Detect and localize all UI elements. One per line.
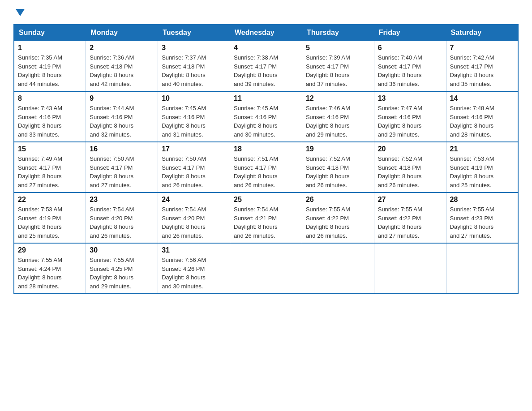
calendar-header-saturday: Saturday <box>446 25 518 41</box>
calendar-cell: 2Sunrise: 7:36 AMSunset: 4:18 PMDaylight… <box>86 41 158 91</box>
calendar-cell: 13Sunrise: 7:47 AMSunset: 4:16 PMDayligh… <box>374 91 446 142</box>
calendar-cell: 19Sunrise: 7:52 AMSunset: 4:18 PMDayligh… <box>302 142 374 193</box>
day-info: Sunrise: 7:36 AMSunset: 4:18 PMDaylight:… <box>90 53 154 88</box>
calendar-cell: 1Sunrise: 7:35 AMSunset: 4:19 PMDaylight… <box>14 41 86 91</box>
day-number: 16 <box>90 145 154 153</box>
day-info: Sunrise: 7:37 AMSunset: 4:18 PMDaylight:… <box>162 53 226 88</box>
calendar-cell <box>446 243 518 294</box>
calendar-cell: 20Sunrise: 7:52 AMSunset: 4:18 PMDayligh… <box>374 142 446 193</box>
day-info: Sunrise: 7:53 AMSunset: 4:19 PMDaylight:… <box>18 205 82 240</box>
logo-triangle-icon <box>16 9 25 16</box>
calendar-cell: 30Sunrise: 7:55 AMSunset: 4:25 PMDayligh… <box>86 243 158 294</box>
day-number: 30 <box>90 246 154 254</box>
day-number: 28 <box>450 196 514 204</box>
day-number: 10 <box>162 94 226 103</box>
day-number: 27 <box>378 196 442 204</box>
day-info: Sunrise: 7:49 AMSunset: 4:17 PMDaylight:… <box>18 154 82 189</box>
calendar-cell: 24Sunrise: 7:54 AMSunset: 4:20 PMDayligh… <box>158 193 230 243</box>
day-info: Sunrise: 7:45 AMSunset: 4:16 PMDaylight:… <box>234 104 298 139</box>
day-number: 31 <box>162 246 226 254</box>
day-info: Sunrise: 7:40 AMSunset: 4:17 PMDaylight:… <box>378 53 442 88</box>
day-info: Sunrise: 7:55 AMSunset: 4:23 PMDaylight:… <box>450 205 514 240</box>
calendar-header-monday: Monday <box>86 25 158 41</box>
day-number: 21 <box>450 145 514 153</box>
calendar-cell <box>374 243 446 294</box>
calendar-cell <box>230 243 302 294</box>
day-info: Sunrise: 7:54 AMSunset: 4:21 PMDaylight:… <box>234 205 298 240</box>
day-number: 25 <box>234 196 298 204</box>
day-info: Sunrise: 7:38 AMSunset: 4:17 PMDaylight:… <box>234 53 298 88</box>
day-info: Sunrise: 7:44 AMSunset: 4:16 PMDaylight:… <box>90 104 154 139</box>
calendar-header-thursday: Thursday <box>302 25 374 41</box>
day-info: Sunrise: 7:47 AMSunset: 4:16 PMDaylight:… <box>378 104 442 139</box>
day-number: 20 <box>378 145 442 153</box>
calendar-cell: 23Sunrise: 7:54 AMSunset: 4:20 PMDayligh… <box>86 193 158 243</box>
day-info: Sunrise: 7:46 AMSunset: 4:16 PMDaylight:… <box>306 104 370 139</box>
calendar-cell: 26Sunrise: 7:55 AMSunset: 4:22 PMDayligh… <box>302 193 374 243</box>
day-info: Sunrise: 7:35 AMSunset: 4:19 PMDaylight:… <box>18 53 82 88</box>
calendar-cell: 4Sunrise: 7:38 AMSunset: 4:17 PMDaylight… <box>230 41 302 91</box>
day-info: Sunrise: 7:51 AMSunset: 4:17 PMDaylight:… <box>234 154 298 189</box>
day-info: Sunrise: 7:54 AMSunset: 4:20 PMDaylight:… <box>90 205 154 240</box>
day-number: 24 <box>162 196 226 204</box>
calendar-cell: 27Sunrise: 7:55 AMSunset: 4:22 PMDayligh… <box>374 193 446 243</box>
calendar-cell: 18Sunrise: 7:51 AMSunset: 4:17 PMDayligh… <box>230 142 302 193</box>
day-number: 7 <box>450 44 514 52</box>
day-number: 14 <box>450 94 514 103</box>
day-info: Sunrise: 7:48 AMSunset: 4:16 PMDaylight:… <box>450 104 514 139</box>
calendar-cell: 11Sunrise: 7:45 AMSunset: 4:16 PMDayligh… <box>230 91 302 142</box>
calendar-week-row-3: 15Sunrise: 7:49 AMSunset: 4:17 PMDayligh… <box>14 142 518 193</box>
day-number: 18 <box>234 145 298 153</box>
day-number: 1 <box>18 44 82 52</box>
calendar-cell: 22Sunrise: 7:53 AMSunset: 4:19 PMDayligh… <box>14 193 86 243</box>
calendar-week-row-5: 29Sunrise: 7:55 AMSunset: 4:24 PMDayligh… <box>14 243 518 294</box>
day-number: 15 <box>18 145 82 153</box>
day-info: Sunrise: 7:55 AMSunset: 4:22 PMDaylight:… <box>306 205 370 240</box>
calendar-cell: 17Sunrise: 7:50 AMSunset: 4:17 PMDayligh… <box>158 142 230 193</box>
day-number: 6 <box>378 44 442 52</box>
day-info: Sunrise: 7:56 AMSunset: 4:26 PMDaylight:… <box>162 256 226 291</box>
calendar-header-wednesday: Wednesday <box>230 25 302 41</box>
day-number: 29 <box>18 246 82 254</box>
calendar-cell: 6Sunrise: 7:40 AMSunset: 4:17 PMDaylight… <box>374 41 446 91</box>
calendar-cell: 9Sunrise: 7:44 AMSunset: 4:16 PMDaylight… <box>86 91 158 142</box>
day-number: 12 <box>306 94 370 103</box>
calendar-cell: 28Sunrise: 7:55 AMSunset: 4:23 PMDayligh… <box>446 193 518 243</box>
logo-blue-text <box>13 9 25 16</box>
calendar-header-sunday: Sunday <box>14 25 86 41</box>
calendar-cell: 3Sunrise: 7:37 AMSunset: 4:18 PMDaylight… <box>158 41 230 91</box>
calendar-week-row-4: 22Sunrise: 7:53 AMSunset: 4:19 PMDayligh… <box>14 193 518 243</box>
day-info: Sunrise: 7:42 AMSunset: 4:17 PMDaylight:… <box>450 53 514 88</box>
calendar-week-row-1: 1Sunrise: 7:35 AMSunset: 4:19 PMDaylight… <box>14 41 518 91</box>
calendar-cell: 31Sunrise: 7:56 AMSunset: 4:26 PMDayligh… <box>158 243 230 294</box>
day-info: Sunrise: 7:43 AMSunset: 4:16 PMDaylight:… <box>18 104 82 139</box>
day-info: Sunrise: 7:52 AMSunset: 4:18 PMDaylight:… <box>306 154 370 189</box>
day-number: 5 <box>306 44 370 52</box>
day-info: Sunrise: 7:53 AMSunset: 4:19 PMDaylight:… <box>450 154 514 189</box>
calendar-week-row-2: 8Sunrise: 7:43 AMSunset: 4:16 PMDaylight… <box>14 91 518 142</box>
day-info: Sunrise: 7:50 AMSunset: 4:17 PMDaylight:… <box>90 154 154 189</box>
day-number: 8 <box>18 94 82 103</box>
day-info: Sunrise: 7:50 AMSunset: 4:17 PMDaylight:… <box>162 154 226 189</box>
day-info: Sunrise: 7:54 AMSunset: 4:20 PMDaylight:… <box>162 205 226 240</box>
day-number: 23 <box>90 196 154 204</box>
calendar-cell: 10Sunrise: 7:45 AMSunset: 4:16 PMDayligh… <box>158 91 230 142</box>
logo <box>13 9 25 16</box>
day-number: 19 <box>306 145 370 153</box>
calendar-cell: 14Sunrise: 7:48 AMSunset: 4:16 PMDayligh… <box>446 91 518 142</box>
day-number: 17 <box>162 145 226 153</box>
calendar-cell: 15Sunrise: 7:49 AMSunset: 4:17 PMDayligh… <box>14 142 86 193</box>
day-number: 4 <box>234 44 298 52</box>
calendar-cell: 16Sunrise: 7:50 AMSunset: 4:17 PMDayligh… <box>86 142 158 193</box>
calendar-cell: 29Sunrise: 7:55 AMSunset: 4:24 PMDayligh… <box>14 243 86 294</box>
day-info: Sunrise: 7:45 AMSunset: 4:16 PMDaylight:… <box>162 104 226 139</box>
calendar-cell: 12Sunrise: 7:46 AMSunset: 4:16 PMDayligh… <box>302 91 374 142</box>
day-number: 3 <box>162 44 226 52</box>
day-number: 11 <box>234 94 298 103</box>
day-number: 13 <box>378 94 442 103</box>
calendar-cell: 21Sunrise: 7:53 AMSunset: 4:19 PMDayligh… <box>446 142 518 193</box>
calendar-cell: 25Sunrise: 7:54 AMSunset: 4:21 PMDayligh… <box>230 193 302 243</box>
day-number: 9 <box>90 94 154 103</box>
calendar-header-tuesday: Tuesday <box>158 25 230 41</box>
calendar-cell: 8Sunrise: 7:43 AMSunset: 4:16 PMDaylight… <box>14 91 86 142</box>
